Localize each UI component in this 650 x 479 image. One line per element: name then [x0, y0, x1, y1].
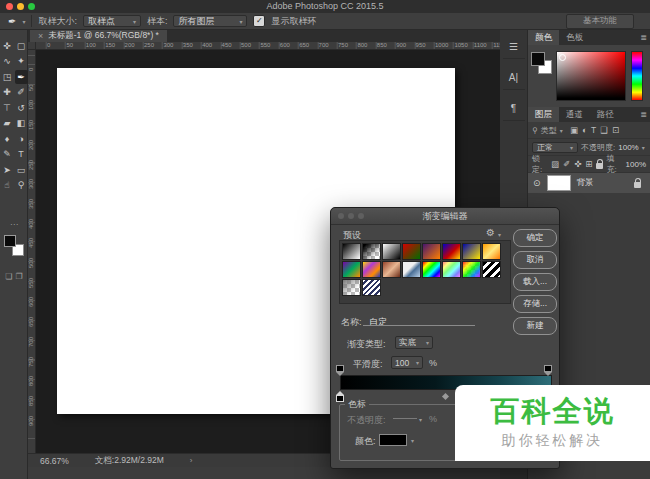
- chevron-down-icon[interactable]: ▾: [22, 18, 25, 25]
- lock-artboard-icon[interactable]: ⊞: [585, 159, 592, 169]
- opacity-stop-right[interactable]: [544, 365, 552, 374]
- character-panel-icon[interactable]: A|: [503, 69, 525, 90]
- preset-red-green[interactable]: [402, 243, 421, 260]
- gear-icon[interactable]: ⚙: [486, 227, 495, 238]
- preset-chrome[interactable]: [402, 261, 421, 278]
- opacity-stop-left[interactable]: [336, 365, 344, 374]
- preset-noise-sample[interactable]: [482, 261, 501, 278]
- load-button[interactable]: 载入...: [513, 273, 557, 291]
- opacity-value[interactable]: 100%: [618, 143, 638, 152]
- quick-mask-button[interactable]: ❏: [5, 272, 12, 281]
- edit-toolbar-dots[interactable]: ⋯: [0, 220, 28, 229]
- pen-tool[interactable]: ✎: [1, 147, 14, 161]
- panel-menu-icon[interactable]: ≣: [640, 110, 647, 119]
- lock-label: 锁定:: [532, 153, 548, 175]
- smoothness-input[interactable]: 100 ▾: [391, 356, 423, 369]
- save-button[interactable]: 存储...: [513, 295, 557, 313]
- preset-noise-sample-2[interactable]: [362, 279, 381, 296]
- document-tab[interactable]: × 未标题-1 @ 66.7%(RGB/8*) *: [30, 30, 167, 42]
- healing-brush-tool[interactable]: ✚: [1, 85, 14, 99]
- zoom-tool[interactable]: ⚲: [15, 178, 28, 192]
- marquee-tool[interactable]: ▢: [15, 39, 28, 53]
- preset-foreground-to-transparent[interactable]: [362, 243, 381, 260]
- path-selection-tool[interactable]: ➤: [1, 163, 14, 177]
- eraser-tool[interactable]: ▰: [1, 116, 14, 130]
- dialog-titlebar[interactable]: 渐变编辑器: [331, 208, 559, 225]
- lock-position-icon[interactable]: ✜: [574, 159, 581, 169]
- filter-type-label[interactable]: 类型: [541, 125, 557, 136]
- preset-light-spectrum[interactable]: [442, 261, 461, 278]
- paragraph-panel-icon[interactable]: ¶: [503, 100, 525, 121]
- hue-strip[interactable]: [631, 51, 643, 101]
- filter-smart-objects-icon[interactable]: ⊡: [612, 125, 619, 135]
- filter-type-layers-icon[interactable]: T: [591, 125, 596, 135]
- sample-size-dropdown[interactable]: 取样点 ▾: [83, 15, 141, 27]
- preset-yellow-violet-orange-blue[interactable]: [362, 261, 381, 278]
- gradient-type-dropdown[interactable]: 实底 ▾: [395, 336, 433, 349]
- preset-violet-orange[interactable]: [422, 243, 441, 260]
- lock-pixels-icon[interactable]: ✐: [563, 159, 570, 169]
- type-tool[interactable]: T: [15, 147, 28, 161]
- move-tool[interactable]: ✜: [1, 39, 14, 53]
- preset-transparent-rainbow[interactable]: [462, 261, 481, 278]
- blur-tool[interactable]: ♦: [1, 132, 14, 146]
- sample-layers-dropdown[interactable]: 所有图层 ▾: [173, 15, 247, 27]
- foreground-color-swatch[interactable]: [4, 235, 16, 247]
- preset-orange-yellow-orange[interactable]: [482, 243, 501, 260]
- lock-all-icon[interactable]: [596, 163, 603, 169]
- tab-swatches[interactable]: 色板: [559, 30, 590, 45]
- preset-violet-green-orange[interactable]: [342, 261, 361, 278]
- v-ruler-tick-label: 350: [28, 199, 34, 209]
- hand-tool[interactable]: ☝: [1, 178, 14, 192]
- ok-button[interactable]: 确定: [513, 229, 557, 247]
- adjustments-panel-icon[interactable]: ☰: [503, 38, 525, 59]
- tab-channels[interactable]: 通道: [559, 107, 590, 122]
- foreground-color-swatch[interactable]: [531, 52, 545, 66]
- lock-transparent-icon[interactable]: ▨: [551, 159, 559, 169]
- status-options-chevron[interactable]: ›: [190, 456, 193, 465]
- gradient-midpoint-marker[interactable]: [442, 393, 449, 400]
- gradient-tool[interactable]: ◧: [15, 116, 28, 130]
- clone-stamp-tool[interactable]: ⊤: [1, 101, 14, 115]
- preset-blue-red-yellow[interactable]: [442, 243, 461, 260]
- filter-pixel-layers-icon[interactable]: ▣: [570, 125, 578, 135]
- gradient-name-input[interactable]: 自定: [369, 316, 387, 329]
- cancel-button[interactable]: 取消: [513, 251, 557, 269]
- preset-copper[interactable]: [382, 261, 401, 278]
- eyedropper-tool[interactable]: ✒: [15, 70, 28, 84]
- shape-tool[interactable]: ▭: [15, 163, 28, 177]
- color-picker-marker[interactable]: [559, 54, 566, 61]
- saturation-square[interactable]: [556, 51, 626, 101]
- tab-color[interactable]: 颜色: [528, 30, 559, 45]
- blend-mode-dropdown[interactable]: 正常 ▾: [532, 142, 578, 153]
- preset-foreground-to-background[interactable]: [342, 243, 361, 260]
- dodge-tool[interactable]: ◑: [15, 132, 28, 146]
- layer-thumbnail[interactable]: [547, 175, 571, 191]
- filter-shape-layers-icon[interactable]: ❑: [600, 125, 608, 135]
- lasso-tool[interactable]: ∿: [1, 54, 14, 68]
- crop-tool[interactable]: ◳: [1, 70, 14, 84]
- workspace-selector[interactable]: 基本功能: [566, 14, 634, 29]
- brush-tool[interactable]: ✐: [15, 85, 28, 99]
- history-brush-tool[interactable]: ↺: [15, 101, 28, 115]
- layer-row-background[interactable]: ⊙ 背景: [528, 173, 650, 193]
- layer-visibility-icon[interactable]: ⊙: [533, 178, 541, 188]
- stop-color-swatch[interactable]: [379, 434, 407, 446]
- fill-value[interactable]: 100%: [626, 160, 646, 169]
- stop-opacity-input[interactable]: [393, 408, 417, 419]
- preset-blue-yellow-blue[interactable]: [462, 243, 481, 260]
- tab-layers[interactable]: 图层: [528, 107, 559, 122]
- preset-spectrum[interactable]: [422, 261, 441, 278]
- show-sampling-ring-checkbox[interactable]: ✓: [253, 15, 265, 27]
- color-stop-left[interactable]: [336, 391, 344, 400]
- new-button[interactable]: 新建: [513, 317, 557, 335]
- preset-black-white[interactable]: [382, 243, 401, 260]
- zoom-level-field[interactable]: 66.67%: [40, 456, 69, 466]
- close-tab-icon[interactable]: ×: [38, 31, 43, 41]
- screen-mode-button[interactable]: ❐: [16, 272, 23, 281]
- quick-selection-tool[interactable]: ✦: [15, 54, 28, 68]
- filter-adjustment-layers-icon[interactable]: ◐: [582, 125, 587, 135]
- preset-neutral-density[interactable]: [342, 279, 361, 296]
- panel-menu-icon[interactable]: ≣: [640, 33, 647, 42]
- tab-paths[interactable]: 路径: [590, 107, 621, 122]
